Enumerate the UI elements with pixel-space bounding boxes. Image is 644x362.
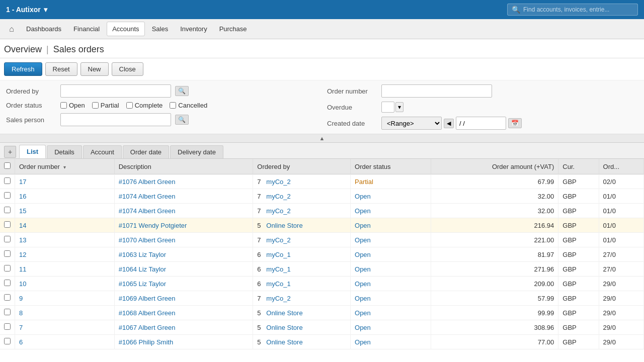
description-link[interactable]: #1070 Albert Green — [119, 236, 176, 244]
calendar-button[interactable]: 📅 — [508, 118, 522, 128]
filter-collapse-bar[interactable]: ▲ — [0, 134, 644, 143]
row-amount: 81.97 — [431, 247, 558, 262]
reset-button[interactable]: Reset — [45, 62, 77, 76]
date-range-input[interactable] — [456, 117, 506, 130]
description-link[interactable]: #1063 Liz Taylor — [119, 251, 166, 258]
order-number-link[interactable]: 6 — [19, 338, 23, 346]
status-partial-checkbox[interactable] — [92, 102, 99, 109]
ordered-by-search-button[interactable]: 🔍 — [175, 86, 189, 96]
order-number-input[interactable] — [381, 84, 492, 98]
ordered-by-name-link[interactable]: myCo_2 — [266, 295, 290, 302]
ordered-by-name-link[interactable]: myCo_2 — [266, 236, 290, 244]
description-link[interactable]: #1069 Albert Green — [119, 295, 176, 302]
ordered-by-name-link[interactable]: myCo_2 — [266, 207, 290, 215]
status-open-checkbox[interactable] — [60, 102, 67, 109]
ordered-by-name-link[interactable]: Online Store — [266, 309, 302, 317]
nav-item-financial[interactable]: Financial — [68, 22, 105, 36]
order-number-link[interactable]: 11 — [19, 265, 26, 273]
order-number-link[interactable]: 14 — [19, 222, 26, 229]
order-number-link[interactable]: 9 — [19, 295, 23, 302]
refresh-button[interactable]: Refresh — [4, 62, 42, 76]
status-cancelled-checkbox[interactable] — [170, 102, 176, 109]
row-checkbox-cell — [0, 335, 15, 349]
row-checkbox-4[interactable] — [4, 236, 11, 242]
row-checkbox-0[interactable] — [4, 177, 11, 184]
status-cancelled-label[interactable]: Cancelled — [170, 102, 207, 109]
description-link[interactable]: #1076 Albert Green — [119, 178, 176, 186]
app-chevron[interactable]: ▾ — [44, 6, 47, 14]
nav-item-inventory[interactable]: Inventory — [175, 22, 212, 36]
order-status-text: Open — [355, 324, 371, 331]
status-complete-label[interactable]: Complete — [126, 102, 163, 109]
row-checkbox-3[interactable] — [4, 221, 11, 228]
status-complete-checkbox[interactable] — [126, 102, 133, 109]
close-button[interactable]: Close — [112, 62, 143, 76]
tab-account[interactable]: Account — [83, 145, 122, 158]
description-link[interactable]: #1074 Albert Green — [119, 193, 176, 200]
description-link[interactable]: #1066 Philip Smith — [119, 338, 173, 346]
ordered-by-name-link[interactable]: Online Store — [266, 222, 302, 229]
row-amount: 32.00 — [431, 189, 558, 204]
nav-item-purchase[interactable]: Purchase — [214, 22, 252, 36]
breadcrumb-separator: | — [46, 44, 49, 54]
row-checkbox-2[interactable] — [4, 207, 11, 213]
nav-item-sales[interactable]: Sales — [147, 22, 174, 36]
row-checkbox-1[interactable] — [4, 192, 11, 199]
status-open-label[interactable]: Open — [60, 102, 85, 109]
ordered-by-name-link[interactable]: myCo_2 — [266, 193, 290, 200]
ordered-by-name-link[interactable]: Online Store — [266, 338, 302, 346]
table-row: 17 #1076 Albert Green 7 myCo_2 Partial 6… — [0, 174, 644, 189]
th-order-number[interactable]: Order number ▾ — [15, 159, 115, 174]
order-number-link[interactable]: 17 — [19, 178, 26, 186]
tab-delivery-date[interactable]: Delivery date — [170, 145, 223, 158]
row-checkbox-5[interactable] — [4, 250, 11, 257]
row-checkbox-11[interactable] — [4, 338, 11, 344]
row-checkbox-7[interactable] — [4, 280, 11, 286]
ordered-by-name-link[interactable]: myCo_2 — [266, 178, 290, 186]
tab-list[interactable]: List — [19, 145, 46, 158]
order-number-link[interactable]: 16 — [19, 193, 26, 200]
description-link[interactable]: #1064 Liz Taylor — [119, 265, 166, 273]
description-link[interactable]: #1065 Liz Taylor — [119, 280, 166, 288]
overdue-dropdown-button[interactable]: ▾ — [395, 102, 404, 112]
order-number-link[interactable]: 10 — [19, 280, 26, 288]
status-partial-label[interactable]: Partial — [92, 102, 119, 109]
ordered-by-input[interactable] — [60, 84, 171, 98]
nav-item-dashboards[interactable]: Dashboards — [21, 22, 66, 36]
row-checkbox-8[interactable] — [4, 294, 11, 301]
order-number-link[interactable]: 8 — [19, 309, 23, 317]
date-prev-button[interactable]: ◀ — [444, 119, 454, 128]
ordered-by-name-link[interactable]: Online Store — [266, 324, 302, 331]
global-search-bar[interactable]: 🔍 — [507, 4, 638, 16]
sales-person-search-button[interactable]: 🔍 — [175, 115, 189, 125]
ordered-by-num: 5 — [257, 309, 261, 317]
row-date: 29/0 — [599, 291, 643, 306]
tab-details[interactable]: Details — [47, 145, 82, 158]
nav-item-accounts[interactable]: Accounts — [107, 22, 144, 36]
order-number-link[interactable]: 13 — [19, 236, 26, 244]
description-link[interactable]: #1074 Albert Green — [119, 207, 176, 215]
global-search-input[interactable] — [523, 6, 633, 13]
select-all-checkbox[interactable] — [4, 162, 11, 169]
order-number-link[interactable]: 12 — [19, 251, 26, 258]
description-link[interactable]: #1067 Albert Green — [119, 324, 176, 331]
description-link[interactable]: #1071 Wendy Potgieter — [119, 222, 187, 229]
new-button[interactable]: New — [80, 62, 109, 76]
row-checkbox-6[interactable] — [4, 265, 11, 272]
th-ordered-by: Ordered by — [253, 159, 351, 174]
row-checkbox-10[interactable] — [4, 323, 11, 330]
ordered-by-name-link[interactable]: myCo_1 — [266, 280, 290, 288]
tab-add-button[interactable]: + — [4, 146, 16, 158]
description-link[interactable]: #1068 Albert Green — [119, 309, 176, 317]
home-nav-button[interactable]: ⌂ — [4, 22, 19, 37]
date-range-select[interactable]: <Range> — [381, 117, 442, 130]
order-number-link[interactable]: 7 — [19, 324, 23, 331]
ordered-by-name-link[interactable]: myCo_1 — [266, 251, 290, 258]
order-number-link[interactable]: 15 — [19, 207, 26, 215]
ordered-by-label: Ordered by — [6, 87, 56, 95]
sales-person-input[interactable] — [60, 113, 171, 126]
ordered-by-name-link[interactable]: myCo_1 — [266, 265, 290, 273]
row-checkbox-9[interactable] — [4, 309, 11, 315]
tab-order-date[interactable]: Order date — [123, 145, 169, 158]
row-date: 29/0 — [599, 306, 643, 320]
